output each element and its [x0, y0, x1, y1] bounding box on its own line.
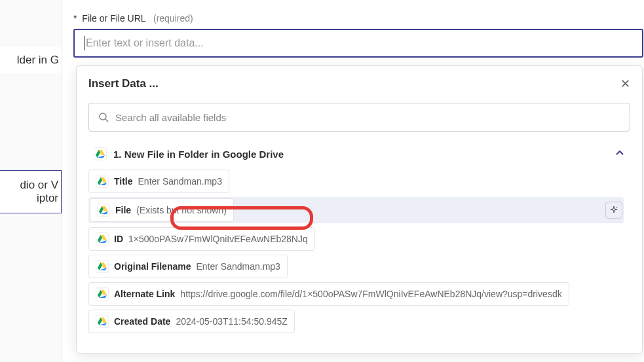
- field-name: Alternate Link: [114, 289, 175, 299]
- svg-point-0: [100, 113, 106, 120]
- field-name: File: [115, 205, 131, 215]
- field-value: (Exists but not shown): [136, 205, 227, 215]
- google-drive-icon: [94, 147, 107, 160]
- cropped-text: dio or V: [20, 179, 58, 192]
- field-value: https://drive.google.com/file/d/1×500oPA…: [180, 289, 561, 299]
- search-input[interactable]: Search all available fields: [88, 103, 630, 132]
- field-value: 1×500oPASw7FmWlQniIvEFeAwNEb28NJq: [128, 234, 308, 244]
- field-name: ID: [114, 234, 123, 244]
- sparkle-icon[interactable]: [605, 202, 622, 219]
- field-label-text: File or File URL: [82, 13, 145, 24]
- field-value: 2024-05-03T11:54:50.945Z: [176, 316, 287, 327]
- close-icon[interactable]: ✕: [620, 77, 630, 91]
- field-name: Created Date: [114, 316, 170, 327]
- google-drive-icon: [96, 175, 109, 188]
- field-option-file[interactable]: File (Exists but not shown): [88, 197, 624, 223]
- google-drive-icon: [96, 315, 109, 328]
- field-option-created-date[interactable]: Created Date 2024-05-03T11:54:50.945Z: [88, 310, 624, 333]
- search-placeholder: Search all available fields: [115, 112, 226, 123]
- field-label: * File or File URL (required): [73, 13, 644, 24]
- required-hint: (required): [153, 13, 193, 24]
- input-placeholder: Enter text or insert data...: [86, 37, 204, 49]
- left-cropped-panel: lder in G dio or V iptor: [0, 0, 62, 362]
- field-value: Enter Sandman.mp3: [138, 176, 222, 187]
- chevron-up-icon[interactable]: [615, 148, 625, 160]
- fields-list: Title Enter Sandman.mp3 File (Exists but…: [88, 170, 630, 342]
- google-drive-icon: [96, 232, 109, 245]
- field-option-original-filename[interactable]: Original Filename Enter Sandman.mp3: [88, 255, 624, 278]
- popup-header: Insert Data ... ✕: [88, 77, 630, 91]
- google-drive-icon: [96, 287, 109, 300]
- svg-point-11: [616, 207, 618, 208]
- field-name: Original Filename: [114, 261, 191, 272]
- google-drive-icon: [96, 260, 109, 273]
- field-option-alternate-link[interactable]: Alternate Link https://drive.google.com/…: [88, 282, 624, 306]
- source-header[interactable]: 1. New File in Folder in Google Drive: [88, 143, 630, 164]
- svg-line-1: [105, 119, 108, 122]
- insert-data-popup: Insert Data ... ✕ Search all available f…: [76, 65, 643, 353]
- cropped-step-row: lder in G: [0, 47, 62, 73]
- field-option-id[interactable]: ID 1×500oPASw7FmWlQniIvEFeAwNEb28NJq: [88, 227, 624, 251]
- cropped-step-selected: dio or V iptor: [0, 170, 62, 213]
- cropped-text: lder in G: [17, 54, 59, 67]
- google-drive-icon: [97, 204, 110, 217]
- popup-title: Insert Data ...: [88, 77, 159, 90]
- field-option-title[interactable]: Title Enter Sandman.mp3: [88, 170, 624, 193]
- text-cursor: [84, 36, 85, 50]
- cropped-text: iptor: [37, 192, 58, 205]
- field-name: Title: [114, 176, 133, 187]
- search-icon: [98, 112, 109, 122]
- field-value: Enter Sandman.mp3: [196, 261, 280, 272]
- required-star: *: [73, 13, 77, 24]
- file-url-input[interactable]: Enter text or insert data...: [73, 29, 643, 58]
- source-title: 1. New File in Folder in Google Drive: [113, 149, 284, 160]
